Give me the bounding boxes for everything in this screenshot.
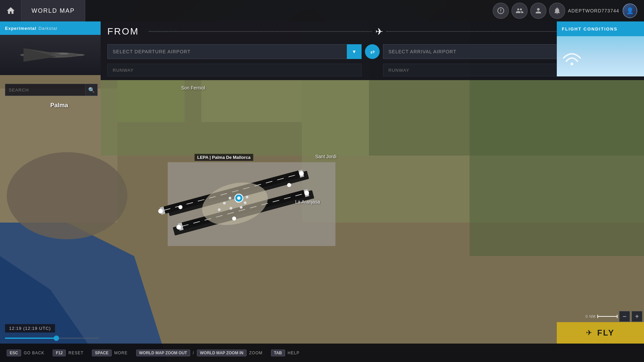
- zoom-scale-line: [597, 316, 618, 317]
- svg-point-4: [76, 54, 85, 56]
- time-display: 12:19 (12:19 UTC): [5, 324, 55, 333]
- zoom-in-key: WORLD MAP ZOOM IN: [197, 350, 247, 356]
- swap-airports-button[interactable]: ⇄: [365, 44, 380, 59]
- zoom-in-button[interactable]: +: [632, 311, 642, 322]
- fly-button[interactable]: ✈ FLY: [557, 322, 644, 344]
- svg-point-6: [571, 63, 573, 65]
- zoom-scale-label: 0 NM: [586, 314, 596, 318]
- top-right-icons: ADEPTWORD773744 👤: [493, 3, 644, 19]
- reset-label: RESET: [68, 351, 84, 355]
- avatar[interactable]: 👤: [623, 3, 637, 18]
- help-label: HELP: [288, 351, 300, 355]
- svg-point-45: [178, 205, 182, 209]
- notifications-button[interactable]: [549, 3, 565, 19]
- achievements-icon: [497, 7, 505, 15]
- aircraft-name-label: Darkstar: [39, 26, 58, 31]
- shortcut-help: TAB HELP: [271, 350, 300, 356]
- experimental-label: Experimental: [5, 26, 37, 31]
- shortcut-reset: F12 RESET: [53, 350, 84, 356]
- svg-point-44: [287, 183, 291, 187]
- multiplayer-icon: [516, 7, 524, 15]
- top-bar: WORLD MAP ADEPTWORD773744 👤: [0, 0, 644, 21]
- profile-button[interactable]: [530, 3, 546, 19]
- shortcut-go-back: ESC GO BACK: [7, 350, 44, 356]
- slash-separator: /: [193, 351, 194, 355]
- aircraft-preview[interactable]: [0, 35, 101, 75]
- shortcut-zoom: WORLD MAP ZOOM OUT / WORLD MAP ZOOM IN Z…: [136, 350, 263, 356]
- bottom-bar: ESC GO BACK F12 RESET SPACE MORE WORLD M…: [0, 344, 644, 362]
- fly-icon: ✈: [586, 328, 592, 337]
- more-label: MORE: [114, 351, 128, 355]
- from-label: FROM: [107, 26, 139, 37]
- search-box: 🔍: [5, 84, 98, 96]
- time-slider[interactable]: [5, 338, 99, 339]
- fly-button-label: FLY: [597, 328, 614, 338]
- weather-wifi-icon: [560, 45, 584, 68]
- flight-conditions-preview[interactable]: [557, 36, 644, 76]
- svg-point-43: [237, 196, 240, 200]
- shortcut-more: SPACE MORE: [92, 350, 127, 356]
- search-button[interactable]: 🔍: [86, 84, 98, 96]
- flight-conditions-header: FLIGHT CONDITIONS: [557, 21, 644, 36]
- departure-airport-select[interactable]: SELECT DEPARTURE AIRPORT: [107, 44, 362, 59]
- zoom-label-bottom: ZOOM: [249, 351, 263, 355]
- svg-point-46: [232, 217, 236, 221]
- profile-icon: [534, 7, 542, 15]
- left-panel: Experimental Darkstar: [0, 21, 101, 75]
- svg-point-5: [59, 53, 69, 55]
- multiplayer-button[interactable]: [512, 3, 528, 19]
- zoom-controls: 0 NM − +: [586, 311, 642, 322]
- time-slider-area: 12:19 (12:19 UTC): [5, 324, 99, 340]
- departure-runway-input[interactable]: [107, 64, 362, 76]
- aircraft-silhouette: [7, 38, 94, 72]
- zoom-out-button[interactable]: −: [619, 311, 630, 322]
- username-area: ADEPTWORD773744 👤: [568, 3, 637, 18]
- search-input[interactable]: [5, 84, 86, 96]
- aircraft-label: Experimental Darkstar: [0, 21, 101, 35]
- departure-dropdown-arrow[interactable]: ▼: [347, 44, 362, 59]
- flight-conditions-label: FLIGHT CONDITIONS: [562, 26, 618, 32]
- home-button[interactable]: [0, 0, 21, 21]
- go-back-label: GO BACK: [24, 351, 45, 355]
- tab-key: TAB: [271, 350, 285, 356]
- flight-conditions-panel: FLIGHT CONDITIONS: [557, 21, 644, 76]
- plane-icon: ✈: [375, 26, 383, 37]
- space-key: SPACE: [92, 350, 111, 356]
- departure-airport-wrapper: SELECT DEPARTURE AIRPORT ▼: [107, 44, 362, 59]
- world-map-label: WORLD MAP: [32, 7, 75, 14]
- world-map-title: WORLD MAP: [21, 0, 85, 21]
- username-label: ADEPTWORD773744: [568, 8, 619, 13]
- home-icon: [6, 6, 15, 15]
- dotted-line-decoration: [149, 31, 372, 32]
- notifications-icon: [553, 7, 561, 15]
- zoom-out-key: WORLD MAP ZOOM OUT: [136, 350, 190, 356]
- achievements-button[interactable]: [493, 3, 509, 19]
- esc-key: ESC: [7, 350, 21, 356]
- f12-key: F12: [53, 350, 66, 356]
